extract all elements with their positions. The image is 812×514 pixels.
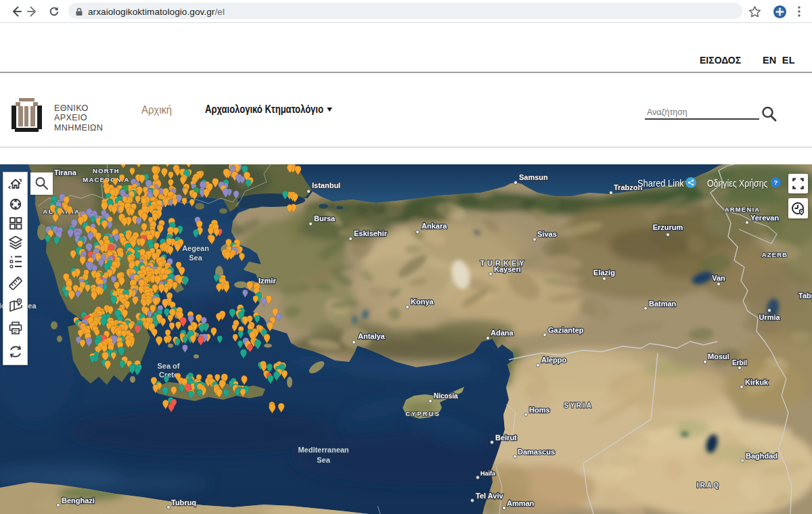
svg-text:Van: Van (712, 274, 725, 282)
svg-text:ARMENIA: ARMENIA (725, 206, 761, 213)
svg-text:Tubruq: Tubruq (171, 498, 196, 507)
svg-text:SYRIA: SYRIA (564, 402, 593, 409)
svg-text:Ankara: Ankara (422, 222, 447, 230)
svg-text:Erbil: Erbil (732, 359, 747, 367)
svg-text:Erzurum: Erzurum (653, 223, 683, 231)
svg-text:Nicosia: Nicosia (434, 392, 458, 400)
svg-text:Amman: Amman (507, 499, 535, 507)
svg-text:Batman: Batman (649, 300, 677, 308)
svg-text:Urmia: Urmia (759, 313, 780, 321)
svg-text:Homs: Homs (529, 406, 550, 414)
svg-text:IRAQ: IRAQ (697, 482, 721, 489)
svg-text:Sea: Sea (189, 254, 202, 262)
svg-text:NORTH: NORTH (93, 167, 120, 174)
svg-text:Haifa: Haifa (480, 470, 496, 477)
svg-text:Eskisehir: Eskisehir (354, 229, 388, 237)
svg-text:?: ? (774, 179, 778, 186)
svg-text:Antalya: Antalya (358, 332, 386, 340)
svg-text:Aegean: Aegean (182, 244, 209, 252)
svg-text:Samsun: Samsun (519, 173, 548, 181)
svg-text:Izmir: Izmir (258, 277, 276, 285)
svg-text:AZERB: AZERB (762, 251, 788, 258)
svg-text:TURKEY: TURKEY (480, 259, 526, 267)
svg-text:Tirana: Tirana (54, 168, 77, 177)
svg-text:Tel Aviv: Tel Aviv (476, 492, 503, 500)
svg-text:Mosul: Mosul (708, 352, 729, 360)
svg-text:CYPRUS: CYPRUS (405, 410, 441, 417)
svg-text:Damascus: Damascus (518, 448, 555, 456)
svg-text:Sivas: Sivas (537, 230, 557, 238)
svg-text:Sea: Sea (317, 456, 330, 464)
svg-text:Baghdad: Baghdad (746, 452, 777, 460)
svg-text:Beirut: Beirut (495, 434, 517, 442)
svg-text:Konya: Konya (411, 298, 434, 306)
svg-text:Yerevan: Yerevan (750, 214, 779, 222)
svg-text:Benghazi: Benghazi (62, 496, 95, 505)
svg-text:Sea of: Sea of (157, 362, 179, 370)
svg-text:Istanbul: Istanbul (312, 181, 340, 189)
svg-text:Gaziantep: Gaziantep (548, 326, 584, 334)
svg-text:Kirkuk: Kirkuk (745, 378, 769, 386)
svg-text:Tabr: Tabr (798, 291, 812, 300)
svg-text:Mediterranean: Mediterranean (298, 446, 348, 454)
svg-text:Adana: Adana (491, 329, 514, 337)
svg-text:Elazig: Elazig (593, 268, 615, 277)
svg-text:Bursa: Bursa (314, 214, 336, 223)
svg-text:Aleppo: Aleppo (541, 356, 567, 364)
